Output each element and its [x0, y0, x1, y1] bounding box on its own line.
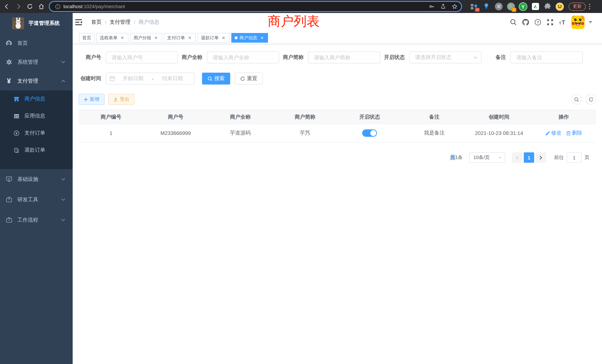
github-icon[interactable] [522, 19, 529, 26]
extension-y-icon[interactable]: Y [519, 2, 527, 11]
extensions-puzzle-icon[interactable] [543, 2, 552, 11]
chevron-down-icon [61, 219, 65, 221]
svg-text:¥: ¥ [16, 131, 17, 135]
next-page-button[interactable] [536, 152, 546, 163]
filter-create-time: 创建时间 开始日期 - 结束日期 [80, 73, 195, 85]
sidebar-item-payment-orders[interactable]: ¥ 支付订单 [0, 125, 73, 142]
extension-badge: 1 [512, 8, 516, 12]
help-icon[interactable]: ? [535, 19, 541, 26]
password-key-icon[interactable] [429, 4, 434, 9]
date-range-picker[interactable]: 开始日期 - 结束日期 [106, 73, 195, 85]
export-button[interactable]: 导出 [108, 94, 135, 105]
filter-row-1: 商户号 商户全称 商户简称 开启状态 请选择开启状态 [80, 52, 596, 63]
dashboard-icon [6, 40, 12, 46]
chevron-down-icon [61, 178, 65, 181]
short-name-input[interactable] [308, 52, 380, 63]
hamburger-icon[interactable] [75, 19, 82, 25]
toggle-search-button[interactable] [571, 94, 582, 105]
extension-docs-icon[interactable]: 10 [470, 2, 479, 11]
sidebar-item-dev-tools[interactable]: 研发工具 [0, 189, 73, 210]
full-name-input[interactable] [207, 52, 279, 63]
breadcrumb-home[interactable]: 首页 [91, 19, 102, 26]
sidebar-item-merchant-info[interactable]: 商户信息 [0, 90, 73, 107]
browser-forward-icon[interactable] [15, 3, 22, 10]
extension-status-icon[interactable]: 1 [506, 2, 515, 11]
app-title: 芋道管理系统 [29, 20, 60, 27]
delete-link[interactable]: 删除 [566, 130, 582, 136]
table-row: 1 M233666999 芋道源码 芋艿 我是备注 2021-10-23 08:… [79, 124, 596, 142]
navbar-actions: ? TT [510, 16, 592, 29]
close-icon[interactable]: ✕ [120, 35, 125, 40]
refresh-button[interactable] [586, 94, 596, 105]
tab-user-group[interactable]: 用户分组✕ [130, 33, 162, 43]
prev-page-button[interactable] [512, 152, 522, 163]
sidebar-item-home[interactable]: 首页 [0, 34, 73, 53]
breadcrumb-payment[interactable]: 支付管理 [110, 19, 130, 26]
merchant-no-input[interactable] [106, 52, 178, 63]
sidebar-item-workflow[interactable]: 工作流程 [0, 210, 73, 230]
search-button[interactable]: 搜索 [202, 73, 230, 85]
font-size-icon[interactable]: TT [559, 19, 566, 26]
bookmark-star-icon[interactable] [452, 4, 457, 9]
share-icon[interactable] [440, 4, 446, 9]
tab-payment-orders[interactable]: 支付订单✕ [164, 33, 196, 43]
documents-icon [14, 147, 19, 153]
sidebar-logo[interactable]: 芋道管理系统 [0, 13, 73, 34]
close-icon[interactable]: ✕ [259, 35, 265, 40]
remark-input[interactable] [510, 52, 583, 63]
extension-green-icon[interactable] [531, 2, 540, 11]
user-avatar[interactable] [571, 16, 585, 29]
screen: localhost:1024/pay/merchant 10 ⌘ 1 Y [0, 0, 602, 364]
reset-button[interactable]: 重置 [235, 73, 263, 85]
sidebar-item-payment[interactable]: ¥ 支付管理 [0, 72, 73, 90]
yen-icon: ¥ [6, 78, 12, 84]
browser-update-button[interactable]: 更新 [569, 2, 586, 11]
extensions-row: 10 ⌘ 1 Y [466, 2, 564, 11]
sidebar-item-infrastructure[interactable]: 基础设施 [0, 169, 73, 189]
merchant-table: 商户编号 商户号 商户全称 商户简称 开启状态 备注 创建时间 操作 1 M23… [79, 110, 596, 142]
tab-merchant-info[interactable]: 商户信息✕ [231, 33, 268, 43]
status-toggle[interactable] [362, 129, 377, 137]
filter-short-name: 商户简称 [283, 52, 380, 63]
close-icon[interactable]: ✕ [187, 35, 192, 40]
browser-profile-avatar[interactable] [555, 2, 564, 11]
page-1-button[interactable]: 1 [524, 152, 534, 163]
page-unit-label: 页 [585, 154, 589, 161]
close-icon[interactable]: ✕ [153, 35, 159, 40]
shop-icon [14, 96, 19, 102]
browser-reload-icon[interactable] [27, 3, 33, 10]
sidebar-item-app-info[interactable]: 应用信息 [0, 107, 73, 125]
svg-text:⌘: ⌘ [496, 4, 501, 9]
sidebar-item-system[interactable]: 系统管理 [0, 53, 73, 72]
add-button[interactable]: 新增 [79, 94, 105, 105]
site-info-icon[interactable] [55, 4, 60, 9]
logo-image [12, 17, 24, 29]
tab-process-form[interactable]: 流程表单✕ [96, 33, 128, 43]
search-icon[interactable] [510, 19, 517, 26]
goto-page-input[interactable] [567, 152, 582, 163]
extension-cmd-icon[interactable]: ⌘ [494, 2, 503, 11]
edit-link[interactable]: 修改 [545, 130, 562, 136]
annotation-merchant-list: 商户列表 [268, 13, 320, 30]
svg-text:T: T [559, 21, 561, 25]
address-bar[interactable]: localhost:1024/pay/merchant [50, 2, 461, 11]
browser-back-icon[interactable] [4, 3, 10, 10]
browser-menu-icon[interactable] [589, 4, 590, 9]
gear-icon [6, 59, 12, 65]
status-select[interactable]: 请选择开启状态 [409, 52, 482, 63]
sidebar-item-refund-orders[interactable]: 退款订单 [0, 142, 73, 159]
caret-down-icon[interactable] [589, 21, 592, 23]
tab-home[interactable]: 首页 [79, 33, 95, 43]
calendar-icon [110, 76, 115, 81]
fullscreen-icon[interactable] [547, 19, 553, 26]
table-header: 商户编号 商户号 商户全称 商户简称 开启状态 备注 创建时间 操作 [79, 110, 596, 124]
browser-home-icon[interactable] [38, 3, 44, 10]
page-size-select[interactable]: 10条/页 [469, 152, 505, 163]
goto-label: 前往 [554, 154, 564, 161]
tab-refund-orders[interactable]: 退款订单✕ [198, 33, 229, 43]
navbar: 首页 / 支付管理 / 商户信息 ? TT [73, 13, 602, 32]
chevron-down-icon [61, 61, 65, 63]
extension-pin-icon[interactable] [482, 2, 491, 11]
pagination: 共1条 10条/页 1 前往 页 [79, 152, 596, 163]
close-icon[interactable]: ✕ [221, 35, 226, 40]
